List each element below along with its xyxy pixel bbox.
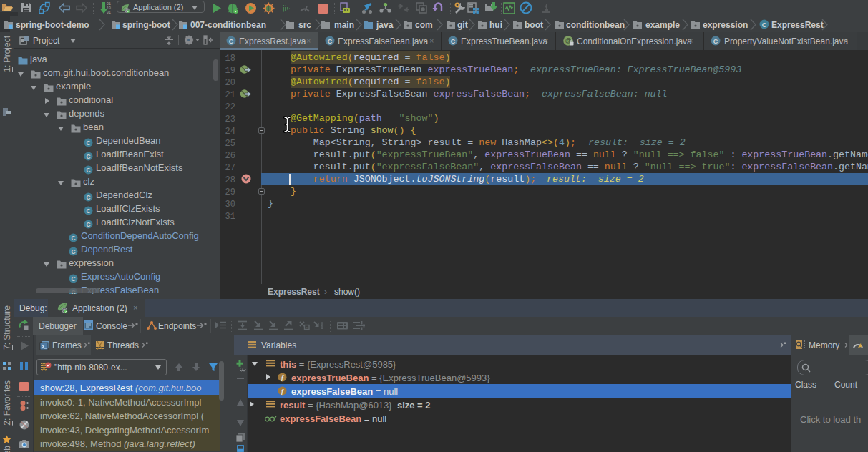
svg-text:C: C bbox=[86, 221, 90, 228]
svg-text:C: C bbox=[71, 275, 75, 282]
svg-text:C: C bbox=[762, 21, 767, 29]
svg-text:C: C bbox=[86, 139, 90, 147]
svg-text:C: C bbox=[86, 194, 90, 201]
svg-text:01: 01 bbox=[107, 11, 111, 15]
svg-text:C: C bbox=[328, 38, 333, 45]
svg-text:C: C bbox=[451, 38, 456, 45]
svg-text:C: C bbox=[86, 207, 90, 215]
svg-text:C: C bbox=[86, 153, 90, 160]
svg-text:C: C bbox=[86, 167, 90, 174]
svg-text:C: C bbox=[229, 38, 234, 45]
svg-text:C: C bbox=[71, 248, 75, 255]
svg-text:C: C bbox=[713, 38, 718, 45]
svg-text:C: C bbox=[71, 235, 75, 242]
svg-text:>: > bbox=[306, 325, 308, 330]
